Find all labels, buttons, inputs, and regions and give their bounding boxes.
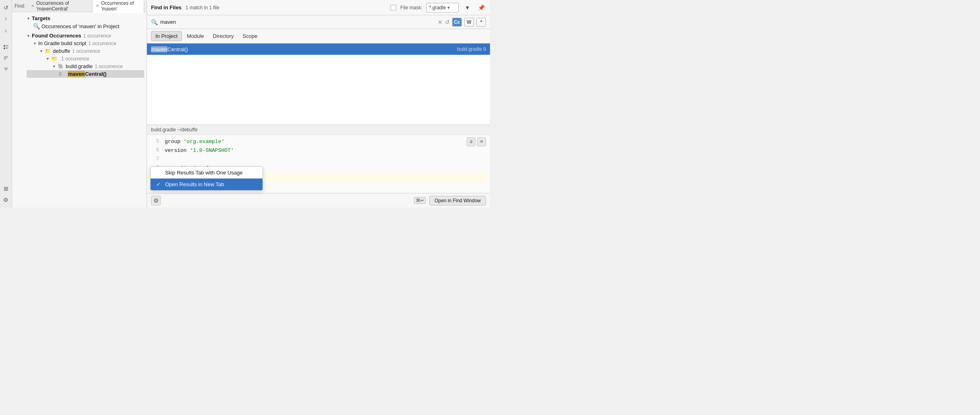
svg-rect-3: [6, 46, 8, 46]
scope-tab-in-project-label: In Project: [155, 33, 178, 39]
open-find-window-btn[interactable]: Open in Find Window: [429, 196, 486, 205]
scope-tab-scope[interactable]: Scope: [239, 31, 262, 41]
filter-icon[interactable]: [2, 65, 10, 74]
code-rerun-btn[interactable]: ↺: [467, 137, 476, 146]
tree-sub-folder[interactable]: ▼ 📁 1 occurrence: [27, 55, 144, 62]
code-version-string: '1.0-SNAPSHOT': [190, 147, 234, 154]
svg-rect-0: [4, 45, 5, 47]
result-file-info: build.gradle 9: [457, 46, 486, 52]
tree-found-occurrences[interactable]: ▼ Found Occurrences 1 occurrence: [27, 32, 144, 39]
search-input[interactable]: [160, 19, 435, 25]
code-group-string: 'org.example': [184, 139, 224, 145]
tab-maven-central-label: Occurrences of 'mavenCentral': [36, 0, 88, 12]
shortcut-kbd: ⌘↩: [414, 197, 426, 204]
svg-rect-5: [6, 48, 8, 49]
tree-debuffe[interactable]: ▼ 📁 debuffe 1 occurrence: [27, 47, 144, 55]
scope-tab-module[interactable]: Module: [183, 31, 208, 41]
scope-tab-in-project[interactable]: In Project: [151, 31, 182, 41]
up-icon[interactable]: ↑: [2, 15, 10, 23]
line-central-text: Central(): [85, 71, 106, 77]
scope-tabs: In Project Module Directory Scope: [147, 29, 490, 44]
targets-label: Targets: [32, 15, 50, 21]
file-mask-checkbox[interactable]: [391, 5, 396, 10]
tree-build-gradle[interactable]: ▼ 🐘 build.gradle 1 occurrence: [27, 62, 144, 70]
code-group-keyword: group: [165, 139, 184, 145]
refresh-icon[interactable]: ↺: [2, 3, 10, 12]
sort-icon[interactable]: [2, 54, 10, 63]
result-row-text: mavenCentral(): [151, 46, 457, 52]
maven-highlight-text: maven: [68, 71, 85, 77]
debuffe-label: debuffe: [53, 48, 70, 54]
search-rerun-btn[interactable]: ↺: [445, 19, 450, 25]
code-preview-header: build.gradle ~/debuffe: [147, 125, 490, 135]
gear-btn[interactable]: ⚙: [151, 196, 161, 205]
regex-btn[interactable]: *: [476, 18, 486, 27]
tab-maven[interactable]: ✕ Occurrences of 'maven': [92, 0, 144, 13]
expand-icon[interactable]: ⊞: [2, 184, 10, 193]
file-mask-input[interactable]: *.gradle ▾: [426, 3, 459, 12]
svg-rect-4: [6, 48, 8, 48]
tab-maven-central-close[interactable]: ✕: [31, 4, 35, 8]
dropdown-item-open-new-tab[interactable]: ✓ Open Results in New Tab: [151, 178, 263, 190]
search-tree-icon: 🔍: [33, 23, 40, 29]
in-gradle-label: In Gradle build script: [38, 40, 86, 46]
right-panel: Find in Files 1 match in 1 file File mas…: [147, 0, 490, 208]
code-line-6: 6 version '1.0-SNAPSHOT': [147, 146, 490, 155]
tree-occurrences-in-project[interactable]: 🔍 Occurrences of 'maven' in Project: [27, 22, 144, 30]
code-close-btn[interactable]: ✕: [477, 137, 486, 146]
tree-targets[interactable]: ▼ Targets: [27, 15, 144, 22]
found-count: 1 occurrence: [83, 33, 111, 39]
whole-word-btn[interactable]: W: [464, 18, 474, 27]
file-mask-value: *.gradle: [429, 5, 446, 10]
header-match-count: 1 match in 1 file: [186, 5, 219, 10]
tree-line-9[interactable]: 9 mavenCentral(): [27, 70, 144, 78]
scope-tab-scope-label: Scope: [243, 33, 258, 39]
find-label: Find:: [14, 3, 25, 9]
tree-in-gradle[interactable]: ▼ In Gradle build script 1 occurrence: [27, 39, 144, 47]
tab-maven-central[interactable]: ✕ Occurrences of 'mavenCentral': [28, 0, 91, 13]
sub-count: 1 occurrence: [61, 56, 89, 62]
dropdown-item-skip[interactable]: Skip Results Tab with One Usage: [151, 167, 263, 178]
tree-area: ▼ Targets 🔍 Occurrences of 'maven' in Pr…: [12, 12, 147, 208]
group-icon[interactable]: [2, 43, 10, 52]
settings-icon[interactable]: ⚙: [2, 195, 10, 204]
build-gradle-count: 1 occurrence: [95, 64, 122, 69]
targets-item-label: Occurrences of 'maven' in Project: [41, 23, 120, 29]
open-new-tab-label: Open Results in New Tab: [165, 181, 224, 187]
left-panel: Find: ✕ Occurrences of 'mavenCentral' ✕ …: [12, 0, 147, 208]
search-clear-btn[interactable]: ✕: [438, 19, 442, 25]
line-number: 9: [59, 71, 64, 77]
svg-rect-2: [6, 45, 8, 46]
dropdown-menu: Skip Results Tab with One Usage ✓ Open R…: [150, 166, 263, 191]
file-mask-dropdown-icon[interactable]: ▾: [447, 5, 450, 10]
result-maven-highlight: maven: [151, 46, 167, 52]
code-line-6-num: 6: [151, 147, 159, 154]
skip-checkmark: [156, 170, 163, 176]
found-label: Found Occurrences: [32, 33, 81, 39]
scope-tab-directory[interactable]: Directory: [209, 31, 238, 41]
code-preview-path: ~/debuffe: [177, 127, 197, 133]
open-new-tab-checkmark: ✓: [156, 181, 163, 187]
bottom-bar: ⚙ ⌘↩ Open in Find Window Skip Results Ta…: [147, 193, 490, 208]
case-sensitive-btn[interactable]: Cc: [452, 18, 462, 27]
svg-rect-1: [4, 48, 5, 49]
header-title: Find in Files: [151, 4, 182, 10]
code-line-7-num: 7: [151, 156, 159, 163]
scope-tab-directory-label: Directory: [213, 33, 234, 39]
file-mask-label: File mask:: [400, 5, 422, 10]
filter-btn[interactable]: ▼: [463, 3, 472, 12]
pin-btn[interactable]: 📌: [476, 3, 486, 12]
debuffe-count: 1 occurrence: [72, 48, 100, 54]
tab-maven-close[interactable]: ✕: [96, 4, 99, 8]
folder-icon: 📁: [45, 48, 51, 54]
find-in-files-header: Find in Files 1 match in 1 file File mas…: [147, 0, 490, 15]
code-preview-file: build.gradle: [151, 127, 176, 133]
down-icon[interactable]: ↓: [2, 26, 10, 35]
search-icon: 🔍: [151, 19, 158, 25]
tabs-bar: Find: ✕ Occurrences of 'mavenCentral' ✕ …: [12, 0, 147, 12]
line-maven-highlight: mavenCentral(): [68, 71, 107, 77]
result-row[interactable]: mavenCentral() build.gradle 9: [147, 44, 490, 55]
code-line-5: 5 group 'org.example': [147, 137, 490, 146]
skip-label: Skip Results Tab with One Usage: [165, 170, 243, 176]
in-gradle-count: 1 occurrence: [88, 41, 116, 46]
